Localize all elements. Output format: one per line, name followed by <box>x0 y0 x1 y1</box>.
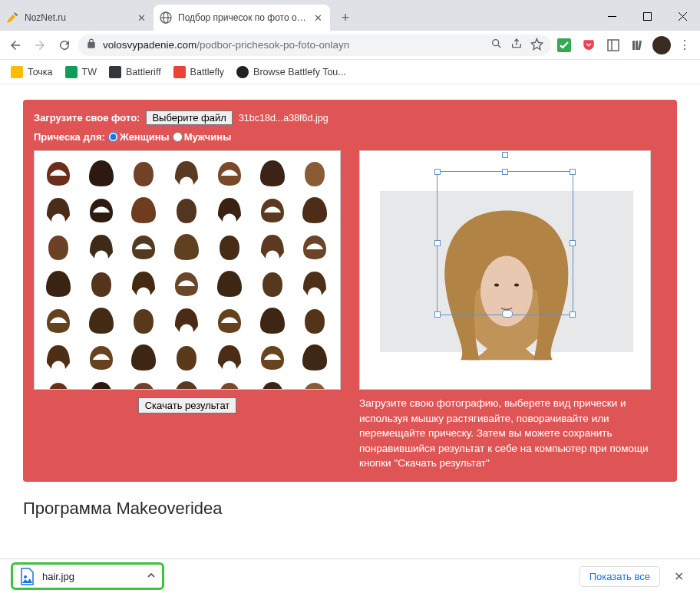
hairstyle-option[interactable] <box>39 303 78 337</box>
hairstyle-option[interactable] <box>39 377 78 389</box>
hairstyle-option[interactable] <box>253 340 292 374</box>
hairstyle-option[interactable] <box>124 193 163 226</box>
hairstyle-option[interactable] <box>167 229 206 263</box>
profile-avatar[interactable] <box>652 36 671 54</box>
hairstyle-option[interactable] <box>82 229 121 263</box>
hairstyle-option[interactable] <box>124 156 163 189</box>
hairstyle-option[interactable] <box>210 156 249 189</box>
hairstyle-option[interactable] <box>39 266 78 300</box>
radio-male[interactable]: Мужчины <box>173 131 232 143</box>
bookmark-tw[interactable]: TW <box>61 63 101 81</box>
handle-ml[interactable] <box>434 240 441 246</box>
hairstyle-option[interactable] <box>296 156 334 189</box>
download-chip[interactable]: hair.jpg <box>11 562 164 590</box>
handle-mr[interactable] <box>570 240 576 246</box>
hairstyle-option[interactable] <box>82 377 121 389</box>
close-download-bar-button[interactable]: ✕ <box>668 565 689 587</box>
ext-panel-icon[interactable] <box>603 35 623 55</box>
hairstyle-option[interactable] <box>39 156 78 189</box>
radio-female[interactable]: Женщины <box>108 131 170 143</box>
hairstyle-option[interactable] <box>82 156 121 189</box>
bookmark-battlefly[interactable]: Battlefly <box>169 63 229 81</box>
hairstyle-option[interactable] <box>82 303 121 337</box>
choose-file-button[interactable]: Выберите файл <box>146 110 232 125</box>
hairstyle-option[interactable] <box>82 340 121 374</box>
ext-check-icon[interactable] <box>554 35 574 55</box>
hairstyle-option[interactable] <box>82 193 121 226</box>
hairstyle-option[interactable] <box>167 340 206 374</box>
hairstyle-option[interactable] <box>124 229 163 263</box>
reload-button[interactable] <box>54 35 75 56</box>
hairstyle-option[interactable] <box>296 266 334 300</box>
hairstyle-option[interactable] <box>296 303 334 337</box>
search-icon[interactable] <box>490 38 503 52</box>
maximize-button[interactable] <box>629 5 665 28</box>
svg-point-7 <box>493 40 499 46</box>
hairstyle-option[interactable] <box>167 193 206 226</box>
handle-tl[interactable] <box>434 169 441 175</box>
hairstyle-option[interactable] <box>253 377 292 389</box>
handle-tm[interactable] <box>502 169 508 175</box>
ext-books-icon[interactable] <box>628 35 648 55</box>
hairstyle-option[interactable] <box>39 229 78 263</box>
bookmark-tochka[interactable]: Точка <box>6 63 58 81</box>
hairstyle-option[interactable] <box>296 229 334 263</box>
handle-br[interactable] <box>570 311 576 318</box>
hairstyle-option[interactable] <box>82 266 121 300</box>
close-icon[interactable]: ✕ <box>135 12 147 24</box>
url-box[interactable]: volosvypadenie.com/podbor-prichesok-po-f… <box>78 35 551 56</box>
hairstyle-option[interactable] <box>39 193 78 226</box>
hairstyle-option[interactable] <box>296 377 334 389</box>
hairstyle-option[interactable] <box>210 193 249 226</box>
chevron-up-icon[interactable] <box>147 569 156 583</box>
tab-hairstyle[interactable]: Подбор причесок по фото онла ✕ <box>154 5 330 31</box>
hairstyle-option[interactable] <box>210 377 249 389</box>
download-result-button[interactable]: Скачать результат <box>138 397 237 413</box>
hairstyle-option[interactable] <box>39 340 78 374</box>
hairstyle-option[interactable] <box>210 266 249 300</box>
star-icon[interactable] <box>530 38 543 53</box>
back-button[interactable] <box>5 35 26 56</box>
hairstyle-option[interactable] <box>253 266 292 300</box>
hairstyle-option[interactable] <box>253 193 292 226</box>
hairstyle-option[interactable] <box>124 266 163 300</box>
close-icon[interactable]: ✕ <box>312 12 324 24</box>
bookmark-battleriff[interactable]: Battleriff <box>104 63 166 81</box>
handle-bm[interactable] <box>502 310 513 318</box>
photo-preview[interactable] <box>359 150 651 390</box>
show-all-downloads-button[interactable]: Показать все <box>579 566 660 587</box>
handle-tr[interactable] <box>570 169 576 175</box>
close-window-button[interactable] <box>665 5 700 28</box>
handle-rotate[interactable] <box>502 152 508 158</box>
menu-button[interactable]: ⋮ <box>674 35 695 56</box>
hairstyle-option[interactable] <box>210 303 249 337</box>
hairstyle-option[interactable] <box>124 377 163 389</box>
share-icon[interactable] <box>510 38 523 52</box>
file-image-icon <box>19 568 35 585</box>
hairstyle-option[interactable] <box>210 340 249 374</box>
transform-box[interactable] <box>437 171 573 315</box>
hairstyle-option[interactable] <box>124 303 163 337</box>
svg-point-18 <box>24 575 27 578</box>
minimize-button[interactable] <box>594 5 629 28</box>
new-tab-button[interactable]: + <box>335 7 356 28</box>
hairstyle-option[interactable] <box>167 156 206 189</box>
hairstyle-grid-scroll[interactable] <box>35 151 340 389</box>
hairstyle-option[interactable] <box>210 229 249 263</box>
forward-button[interactable] <box>29 35 51 56</box>
hairstyle-option[interactable] <box>167 266 206 300</box>
hairstyle-option[interactable] <box>167 377 206 389</box>
handle-bl[interactable] <box>434 311 441 318</box>
hairstyle-option[interactable] <box>167 303 206 337</box>
bookmark-battlefy[interactable]: Browse Battlefy Tou... <box>232 63 351 81</box>
bookmarks-bar: Точка TW Battleriff Battlefly Browse Bat… <box>0 60 700 84</box>
hairstyle-option[interactable] <box>296 340 334 374</box>
hairstyle-option[interactable] <box>124 340 163 374</box>
hairstyle-option[interactable] <box>296 193 334 226</box>
hairstyle-option[interactable] <box>253 303 292 337</box>
tab-noznet[interactable]: NozNet.ru ✕ <box>0 5 154 31</box>
ext-pocket-icon[interactable] <box>579 35 599 55</box>
file-name: 31bc18d...a38f6d.jpg <box>239 113 329 124</box>
hairstyle-option[interactable] <box>253 156 292 189</box>
hairstyle-option[interactable] <box>253 229 292 263</box>
